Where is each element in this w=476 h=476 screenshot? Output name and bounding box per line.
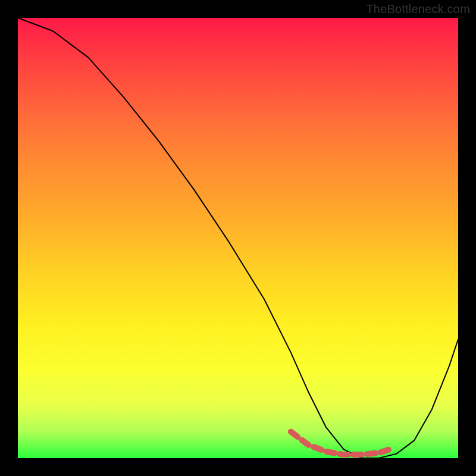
watermark-text: TheBottleneck.com [366, 2, 470, 16]
bottleneck-curve [18, 18, 458, 458]
chart-svg [18, 18, 458, 458]
chart-frame: TheBottleneck.com [0, 0, 476, 476]
plot-area [18, 18, 458, 458]
optimal-zone-marker [291, 432, 392, 455]
